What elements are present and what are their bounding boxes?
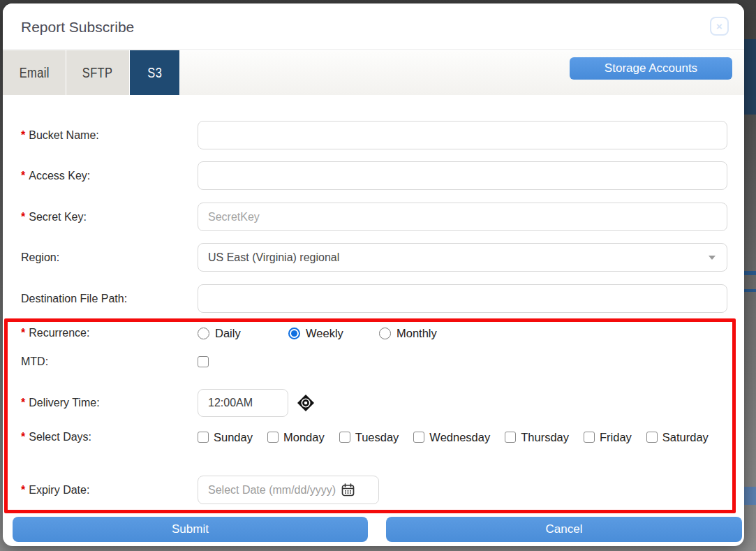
select-days-label: *Select Days: bbox=[21, 431, 198, 443]
background-fragment bbox=[743, 39, 756, 115]
recurrence-monthly-label: Monthly bbox=[396, 327, 437, 340]
day-sunday-label: Sunday bbox=[214, 431, 253, 444]
secret-key-label-text: Secret Key: bbox=[29, 211, 87, 223]
tab-bar: Email SFTP S3 Storage Accounts bbox=[3, 50, 744, 95]
background-page-edge bbox=[743, 0, 756, 551]
recurrence-label: *Recurrence: bbox=[21, 327, 198, 339]
mtd-label: MTD: bbox=[21, 355, 198, 368]
day-thursday[interactable]: Thursday bbox=[505, 431, 569, 444]
access-key-row: *Access Key: bbox=[21, 161, 727, 190]
submit-button[interactable]: Submit bbox=[13, 517, 368, 542]
tab-s3[interactable]: S3 bbox=[130, 50, 180, 95]
day-thursday-label: Thursday bbox=[521, 431, 569, 444]
day-friday[interactable]: Friday bbox=[584, 431, 632, 444]
select-days-row: *Select Days: Sunday Monday Tuesday Wedn… bbox=[21, 429, 727, 445]
destination-file-path-label-text: Destination File Path: bbox=[21, 293, 127, 304]
day-tuesday[interactable]: Tuesday bbox=[339, 431, 399, 444]
background-fragment bbox=[743, 289, 756, 292]
region-label: Region: bbox=[21, 251, 198, 264]
storage-accounts-button[interactable]: Storage Accounts bbox=[570, 57, 732, 80]
secret-key-input[interactable] bbox=[198, 203, 727, 231]
recurrence-radio-weekly[interactable]: Weekly bbox=[288, 327, 379, 340]
day-tuesday-label: Tuesday bbox=[355, 431, 399, 444]
region-label-text: Region: bbox=[21, 251, 59, 263]
mtd-label-text: MTD: bbox=[21, 355, 48, 367]
recurrence-radio-monthly[interactable]: Monthly bbox=[379, 327, 470, 340]
bucket-name-label: *Bucket Name: bbox=[21, 129, 198, 142]
checkbox-unchecked-icon[interactable] bbox=[198, 432, 209, 443]
checkbox-unchecked-icon[interactable] bbox=[584, 432, 595, 443]
mtd-checkbox[interactable] bbox=[198, 356, 209, 367]
background-fragment bbox=[743, 271, 756, 275]
tab-sftp[interactable]: SFTP bbox=[66, 50, 130, 95]
radio-unchecked-icon[interactable] bbox=[198, 328, 209, 339]
secret-key-label: *Secret Key: bbox=[21, 211, 198, 223]
dialog-header: Report Subscribe × bbox=[3, 3, 744, 50]
secret-key-row: *Secret Key: bbox=[21, 203, 727, 231]
access-key-input[interactable] bbox=[198, 161, 727, 190]
day-wednesday-label: Wednesday bbox=[429, 431, 490, 444]
required-marker: * bbox=[21, 129, 25, 141]
select-days-label-text: Select Days: bbox=[29, 431, 91, 443]
recurrence-row: *Recurrence: Daily Weekly Monthly bbox=[21, 325, 727, 341]
region-selected-value: US East (Virginia) regional bbox=[208, 251, 339, 264]
required-marker: * bbox=[21, 397, 25, 409]
day-saturday-label: Saturday bbox=[662, 431, 709, 444]
chevron-down-icon bbox=[709, 256, 716, 260]
checkbox-unchecked-icon[interactable] bbox=[339, 432, 350, 443]
expiry-date-label-text: Expiry Date: bbox=[29, 484, 89, 496]
required-marker: * bbox=[21, 484, 25, 496]
day-monday-label: Monday bbox=[283, 431, 325, 444]
delivery-time-input[interactable] bbox=[198, 389, 288, 417]
expiry-date-label: *Expiry Date: bbox=[21, 484, 198, 497]
day-wednesday[interactable]: Wednesday bbox=[413, 431, 490, 444]
expiry-date-input[interactable]: Select Date (mm/dd/yyyy) bbox=[198, 476, 379, 504]
required-marker: * bbox=[21, 170, 25, 182]
bucket-name-input[interactable] bbox=[198, 121, 727, 149]
cancel-button[interactable]: Cancel bbox=[386, 517, 742, 542]
checkbox-unchecked-icon[interactable] bbox=[267, 432, 279, 443]
checkbox-unchecked-icon[interactable] bbox=[413, 432, 424, 443]
bucket-name-label-text: Bucket Name: bbox=[29, 129, 98, 141]
destination-file-path-row: Destination File Path: bbox=[21, 284, 727, 313]
recurrence-weekly-label: Weekly bbox=[306, 327, 343, 340]
destination-file-path-label: Destination File Path: bbox=[21, 293, 198, 305]
expiry-date-placeholder: Select Date (mm/dd/yyyy) bbox=[208, 484, 336, 497]
recurrence-radio-daily[interactable]: Daily bbox=[198, 327, 288, 340]
day-sunday[interactable]: Sunday bbox=[198, 431, 253, 444]
report-subscribe-dialog: Report Subscribe × Email SFTP S3 Storage… bbox=[3, 3, 744, 546]
checkbox-unchecked-icon[interactable] bbox=[646, 432, 658, 443]
tab-email[interactable]: Email bbox=[3, 50, 66, 95]
bucket-name-row: *Bucket Name: bbox=[21, 121, 727, 149]
required-marker: * bbox=[21, 431, 25, 443]
close-icon[interactable]: × bbox=[710, 17, 729, 36]
delivery-time-row: *Delivery Time: bbox=[21, 388, 727, 417]
mtd-row: MTD: bbox=[21, 354, 727, 369]
access-key-label: *Access Key: bbox=[21, 170, 198, 182]
day-monday[interactable]: Monday bbox=[267, 431, 325, 444]
required-marker: * bbox=[21, 327, 25, 339]
background-fragment bbox=[743, 487, 756, 505]
tab-s3-label: S3 bbox=[147, 65, 162, 81]
tab-email-label: Email bbox=[19, 65, 49, 81]
region-row: Region: US East (Virginia) regional bbox=[21, 243, 727, 272]
day-saturday[interactable]: Saturday bbox=[646, 431, 709, 444]
time-picker-icon[interactable] bbox=[297, 394, 315, 412]
recurrence-label-text: Recurrence: bbox=[29, 327, 89, 339]
checkbox-unchecked-icon[interactable] bbox=[505, 432, 516, 443]
delivery-time-label-text: Delivery Time: bbox=[29, 397, 99, 409]
tab-sftp-label: SFTP bbox=[82, 65, 113, 81]
expiry-date-row: *Expiry Date: Select Date (mm/dd/yyyy) bbox=[21, 476, 727, 504]
access-key-label-text: Access Key: bbox=[29, 170, 90, 182]
radio-unchecked-icon[interactable] bbox=[379, 328, 391, 339]
recurrence-daily-label: Daily bbox=[215, 327, 241, 340]
required-marker: * bbox=[21, 211, 25, 223]
destination-file-path-input[interactable] bbox=[198, 284, 727, 313]
calendar-icon bbox=[341, 483, 355, 497]
dialog-title: Report Subscribe bbox=[21, 19, 134, 36]
delivery-time-label: *Delivery Time: bbox=[21, 397, 198, 409]
radio-checked-icon[interactable] bbox=[288, 328, 300, 339]
region-select[interactable]: US East (Virginia) regional bbox=[198, 243, 727, 272]
day-friday-label: Friday bbox=[600, 431, 632, 444]
